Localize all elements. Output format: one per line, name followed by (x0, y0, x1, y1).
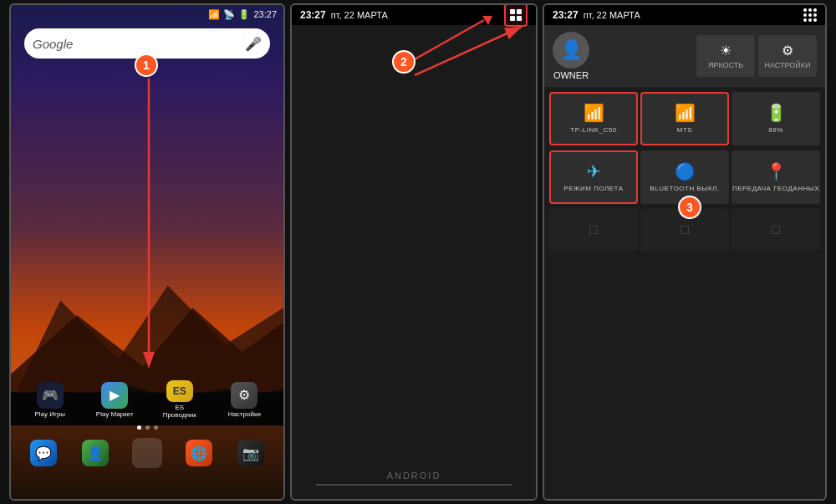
qs-tile-signal[interactable]: 📶 MTS (640, 92, 729, 145)
qs-tile-battery[interactable]: 🔋 86% (732, 92, 820, 145)
bluetooth-tile-icon: 🔵 (675, 161, 696, 181)
settings-icon: ⚙ (231, 382, 257, 409)
date-3: пт, 22 МАРТА (584, 10, 798, 20)
annotation-1: 1 (135, 53, 158, 77)
airplane-tile-icon: ✈ (587, 161, 601, 181)
app-play-games[interactable]: 🎮 Play Игры (31, 380, 69, 419)
qs-tiles-row1: 📶 TP-LINK_C50 📶 MTS 🔋 86% (544, 87, 825, 150)
main-container: 📶 📡 🔋 23:27 Google 🎤 🎮 Pla (0, 0, 836, 504)
mts-tile-label: MTS (677, 126, 692, 135)
bluetooth-tile-label: BLUETOOTH ВЫКЛ. (650, 185, 719, 193)
dock-app-all-apps[interactable] (128, 435, 166, 473)
panel-quick-settings: 23:27 пт, 22 МАРТА 👤 OWNER ☀ ЯРКОСТЬ ⚙ (543, 3, 827, 501)
bottom-tile-icon-3: □ (772, 222, 780, 237)
qs-tile-wifi[interactable]: 📶 TP-LINK_C50 (549, 92, 638, 145)
messages-icon: 💬 (30, 440, 57, 466)
date-2: пт, 22 МАРТА (331, 10, 499, 20)
qs-bottom-tile-3: □ (732, 209, 820, 251)
bottom-tile-icon-2: □ (681, 222, 689, 237)
owner-avatar[interactable]: 👤 (553, 32, 589, 69)
mic-icon[interactable]: 🎤 (245, 36, 262, 52)
qs-bottom-tile-1: □ (549, 209, 638, 251)
camera-icon: 📷 (237, 440, 264, 466)
dock-apps-row: 💬 👤 🌐 (11, 431, 283, 476)
wifi-icon: 📶 (208, 9, 220, 20)
location-tile-label: ПЕРЕДАЧА ГЕОДАННЫХ (732, 185, 819, 193)
app-label-play-games: Play Игры (34, 410, 65, 418)
dock-app-messages[interactable]: 💬 (24, 435, 63, 473)
app-settings[interactable]: ⚙ Настройки (225, 380, 263, 419)
location-tile-icon: 📍 (766, 161, 787, 181)
bottom-tile-icon-1: □ (589, 222, 598, 237)
time-3: 23:27 (553, 9, 579, 21)
page-dots (11, 424, 283, 431)
dot-1 (137, 425, 141, 430)
app-es-explorer[interactable]: ES ES Проводник (161, 380, 199, 419)
app-label-play-market: Play Маркет (96, 410, 134, 418)
svg-marker-5 (143, 352, 155, 369)
google-label: Google (33, 37, 73, 51)
status-bar-3: 23:27 пт, 22 МАРТА (544, 5, 825, 25)
owner-label: OWNER (553, 70, 589, 80)
grid-icon (510, 9, 522, 21)
brightness-icon: ☀ (720, 43, 732, 59)
all-apps-icon (132, 438, 162, 468)
annotation-2: 2 (392, 50, 415, 74)
signal-icon: 📡 (223, 9, 235, 20)
qs-tile-location[interactable]: 📍 ПЕРЕДАЧА ГЕОДАННЫХ (732, 150, 820, 204)
battery-icon: 🔋 (238, 9, 250, 20)
time-1: 23:27 (253, 9, 277, 19)
qs-tile-airplane[interactable]: ✈ РЕЖИМ ПОЛЕТА (549, 150, 638, 204)
qs-header-tiles: ☀ ЯРКОСТЬ ⚙ НАСТРОЙКИ (598, 35, 817, 77)
settings-label: НАСТРОЙКИ (765, 61, 811, 69)
annotation-3: 3 (678, 196, 701, 219)
dock: 💬 👤 🌐 (11, 424, 283, 499)
app-drawer-body: ANDROID (292, 25, 536, 499)
overflow-menu-icon[interactable] (803, 8, 817, 22)
dot-3 (154, 425, 158, 430)
battery-tile-label: 86% (768, 126, 783, 135)
dot-2 (145, 425, 150, 430)
qs-tiles-row2: ✈ РЕЖИМ ПОЛЕТА 🔵 BLUETOOTH ВЫКЛ. 📍 ПЕРЕД… (544, 150, 825, 209)
qs-brightness-tile[interactable]: ☀ ЯРКОСТЬ (696, 35, 755, 77)
battery-tile-icon: 🔋 (766, 103, 787, 123)
app-label-settings: Настройки (228, 410, 261, 418)
status-bar-2: 23:27 пт, 22 МАРТА (292, 5, 536, 25)
qs-header: 👤 OWNER ☀ ЯРКОСТЬ ⚙ НАСТРОЙКИ (544, 25, 825, 87)
bottom-bar (316, 484, 512, 486)
dock-app-camera[interactable]: 📷 (232, 435, 270, 473)
settings-gear-icon: ⚙ (782, 43, 793, 59)
app-play-market[interactable]: ▶ Play Маркет (95, 380, 134, 419)
play-games-icon: 🎮 (37, 382, 64, 409)
wifi-tile-icon: 📶 (584, 103, 604, 123)
qs-settings-tile[interactable]: ⚙ НАСТРОЙКИ (758, 35, 817, 77)
status-bar-1: 📶 📡 🔋 23:27 (11, 5, 283, 23)
android-label: ANDROID (387, 471, 441, 481)
brightness-label: ЯРКОСТЬ (708, 61, 743, 69)
app-label-es: ES Проводник (161, 404, 199, 419)
play-market-icon: ▶ (101, 382, 128, 409)
es-explorer-icon: ES (166, 380, 193, 402)
homescreen-apps-row: 🎮 Play Игры ▶ Play Маркет ES ES Проводни… (11, 377, 283, 422)
contacts-icon: 👤 (82, 440, 109, 466)
wifi-tile-label: TP-LINK_C50 (570, 126, 616, 135)
panel-homescreen: 📶 📡 🔋 23:27 Google 🎤 🎮 Pla (9, 3, 285, 501)
owner-section: 👤 OWNER (553, 32, 589, 80)
airplane-tile-label: РЕЖИМ ПОЛЕТА (563, 185, 623, 193)
app-drawer-button[interactable] (504, 3, 528, 27)
time-2: 23:27 (300, 9, 326, 21)
panel-app-drawer: 23:27 пт, 22 МАРТА ANDROID 2 (290, 3, 538, 501)
signal-tile-icon: 📶 (675, 103, 696, 123)
dock-app-browser[interactable]: 🌐 (180, 435, 218, 473)
dock-app-contacts[interactable]: 👤 (76, 435, 115, 473)
browser-icon: 🌐 (186, 440, 212, 466)
